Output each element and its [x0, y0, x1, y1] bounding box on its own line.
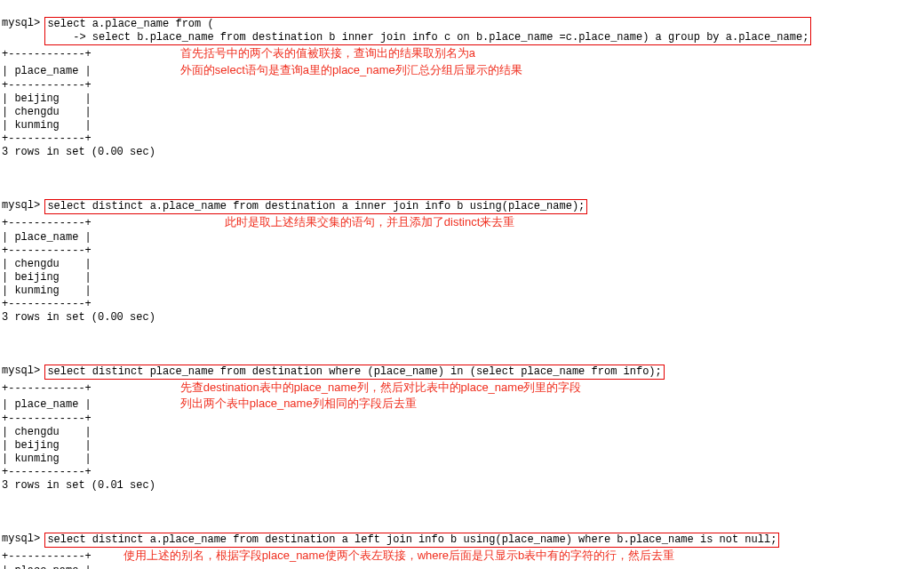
table-row: | chengdu | [2, 106, 92, 118]
annotation: 列出两个表中place_name列相同的字段后去重 [92, 396, 417, 413]
annotation: 外面的select语句是查询a里的place_name列汇总分组后显示的结果 [92, 62, 522, 79]
table-sep: +------------+ [2, 413, 92, 425]
prompt: mysql> [2, 365, 46, 377]
query-block-4: mysql> select distinct a.place_name from… [2, 533, 922, 569]
sql-distinct-innerjoin: select distinct a.place_name from destin… [44, 199, 587, 214]
sql-distinct-in-subquery: select distinct place_name from destinat… [44, 365, 664, 380]
table-header: | place_name | [2, 231, 92, 244]
table-header: | place_name | [2, 398, 92, 411]
result-footer: 3 rows in set (0.00 sec) [2, 146, 155, 158]
terminal-output: mysql> select a.place_name from ( -> sel… [0, 0, 924, 569]
table-row: | chengdu | [2, 426, 92, 438]
table-sep: +------------+ [2, 48, 92, 60]
annotation: 此时是取上述结果交集的语句，并且添加了distinct来去重 [92, 214, 514, 231]
table-header: | place_name | [2, 65, 92, 77]
annotation: 首先括号中的两个表的值被联接，查询出的结果取别名为a [92, 45, 475, 62]
table-row: | chengdu | [2, 258, 92, 270]
query-block-1: mysql> select a.place_name from ( -> sel… [2, 17, 922, 159]
table-sep: +------------+ [2, 217, 92, 229]
sql-distinct-leftjoin-notnull: select distinct a.place_name from destin… [44, 533, 779, 548]
prompt: mysql> [2, 199, 46, 212]
table-row: | kunming | [2, 453, 92, 465]
annotation: 使用上述的别名，根据字段place_name使两个表左联接，where后面是只显… [92, 548, 674, 565]
table-row: | beijing | [2, 92, 92, 105]
prompt: mysql> [2, 533, 46, 545]
prompt: mysql> [2, 17, 46, 29]
table-sep: +------------+ [2, 244, 92, 257]
table-header: | place_name | [2, 565, 92, 569]
table-sep: +------------+ [2, 132, 92, 145]
query-block-2: mysql> select distinct a.place_name from… [2, 199, 922, 325]
table-row: | beijing | [2, 271, 92, 284]
table-row: | beijing | [2, 439, 92, 452]
query-block-3: mysql> select distinct place_name from d… [2, 365, 922, 493]
table-sep: +------------+ [2, 466, 92, 478]
sql-subquery-groupby: select a.place_name from ( -> select b.p… [44, 17, 811, 45]
table-sep: +------------+ [2, 298, 92, 310]
result-footer: 3 rows in set (0.00 sec) [2, 311, 155, 324]
annotation: 先查destination表中的place_name列，然后对比表中的place… [92, 380, 582, 397]
table-row: | kunming | [2, 119, 92, 132]
table-sep: +------------+ [2, 79, 92, 92]
table-row: | kunming | [2, 284, 92, 297]
result-footer: 3 rows in set (0.01 sec) [2, 479, 155, 492]
table-sep: +------------+ [2, 382, 92, 395]
table-sep: +------------+ [2, 550, 92, 563]
